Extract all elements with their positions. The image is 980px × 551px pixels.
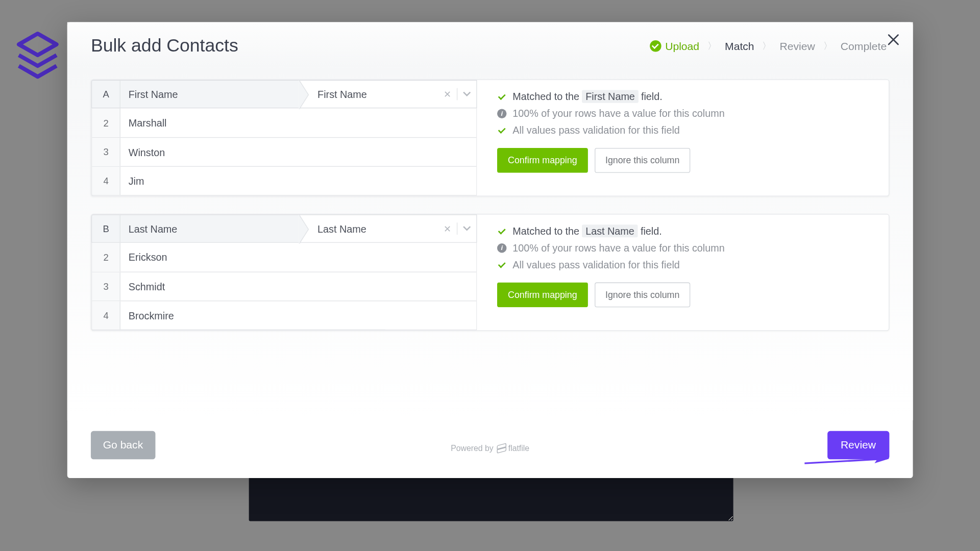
modal-body: A First Name First Name ✕ 2Marshal [67, 67, 913, 420]
source-column-name: Last Name [120, 215, 299, 242]
cell-value: Erickson [120, 243, 476, 272]
cell-value: Brockmire [120, 301, 476, 329]
app-logo-icon [16, 31, 59, 88]
target-field-value: Last Name [317, 223, 366, 234]
review-button[interactable]: Review [827, 431, 890, 459]
validation-text: All values pass validation for this fiel… [512, 259, 679, 270]
step-review: Review [780, 40, 815, 52]
mapping-status-panel: Matched to the First Name field. i 100% … [477, 80, 880, 196]
import-modal: Bulk add Contacts Upload 〉 Match 〉 Revie… [67, 22, 913, 478]
column-letter: A [92, 81, 120, 108]
step-match: Match [725, 40, 754, 52]
svg-marker-0 [19, 34, 57, 55]
clear-mapping-icon[interactable]: ✕ [444, 223, 452, 234]
column-preview: A First Name First Name ✕ 2Marshal [91, 80, 477, 196]
column-mapping-card: A First Name First Name ✕ 2Marshal [91, 80, 889, 196]
close-button[interactable] [885, 32, 901, 48]
completeness-status: i 100% of your rows have a value for thi… [497, 242, 876, 253]
flatfile-logo-icon [497, 444, 505, 453]
target-field-value: First Name [317, 88, 367, 99]
row-number: 2 [92, 243, 120, 272]
cell-value: Marshall [120, 108, 476, 137]
step-complete: Complete [841, 40, 887, 52]
matched-status: Matched to the First Name field. [497, 91, 876, 102]
row-number: 4 [92, 301, 120, 329]
clear-mapping-icon[interactable]: ✕ [444, 89, 452, 99]
close-icon [885, 32, 901, 48]
confirm-mapping-button[interactable]: Confirm mapping [497, 148, 588, 173]
ignore-column-button[interactable]: Ignore this column [595, 148, 691, 173]
ignore-column-button[interactable]: Ignore this column [595, 283, 691, 308]
validation-status: All values pass validation for this fiel… [497, 259, 876, 270]
matched-field-pill: First Name [582, 90, 639, 103]
divider [457, 222, 457, 235]
info-icon: i [497, 243, 506, 252]
matched-status: Matched to the Last Name field. [497, 226, 876, 237]
mapping-header: B Last Name Last Name ✕ [91, 214, 477, 242]
step-indicator: Upload 〉 Match 〉 Review 〉 Complete [650, 40, 890, 52]
go-back-button[interactable]: Go back [91, 431, 155, 459]
chevron-down-icon[interactable] [463, 91, 471, 97]
chevron-right-icon: 〉 [823, 40, 832, 52]
check-circle-icon [650, 40, 661, 52]
sample-data-table: 2Erickson 3Schmidt 4Brockmire [91, 243, 477, 330]
matched-text: Matched to the [512, 226, 582, 237]
table-row: 3Schmidt [92, 271, 477, 300]
chevron-down-icon[interactable] [463, 226, 471, 232]
mapping-header: A First Name First Name ✕ [91, 80, 477, 108]
step-label: Review [780, 40, 815, 52]
source-column-name: First Name [120, 81, 299, 108]
validation-status: All values pass validation for this fiel… [497, 124, 876, 136]
modal-header: Bulk add Contacts Upload 〉 Match 〉 Revie… [67, 22, 913, 67]
matched-field-pill: Last Name [582, 224, 638, 237]
column-letter: B [92, 215, 120, 242]
step-label: Match [725, 40, 754, 52]
modal-title: Bulk add Contacts [91, 36, 238, 57]
matched-text: field. [641, 91, 663, 102]
check-icon [497, 93, 506, 100]
cell-value: Jim [120, 167, 476, 195]
table-row: 2Marshall [92, 108, 477, 137]
brand-name: flatfile [508, 443, 529, 453]
validation-text: All values pass validation for this fiel… [512, 124, 679, 136]
target-field-select[interactable]: Last Name ✕ [299, 215, 476, 242]
row-number: 3 [92, 138, 120, 166]
row-number: 3 [92, 272, 120, 300]
completeness-status: i 100% of your rows have a value for thi… [497, 108, 876, 119]
info-icon: i [497, 109, 506, 118]
chevron-right-icon: 〉 [762, 40, 771, 52]
step-label: Upload [665, 40, 699, 52]
powered-by-text: Powered by [451, 443, 494, 453]
cell-value: Schmidt [120, 272, 476, 300]
sample-data-table: 2Marshall 3Winston 4Jim [91, 108, 477, 195]
powered-by-label: Powered by flatfile [451, 443, 529, 453]
target-field-select[interactable]: First Name ✕ [299, 81, 476, 108]
step-label: Complete [841, 40, 887, 52]
row-number: 2 [92, 108, 120, 137]
step-upload: Upload [650, 40, 699, 52]
column-mapping-card: B Last Name Last Name ✕ 2Erickson [91, 214, 889, 331]
check-icon [497, 227, 506, 234]
matched-text: field. [641, 226, 662, 237]
confirm-mapping-button[interactable]: Confirm mapping [497, 283, 588, 308]
completeness-text: 100% of your rows have a value for this … [512, 242, 724, 253]
check-icon [497, 127, 506, 134]
column-preview: B Last Name Last Name ✕ 2Erickson [91, 214, 477, 330]
modal-footer: Go back Powered by flatfile Review [67, 420, 913, 478]
table-row: 4Jim [92, 166, 477, 195]
divider [457, 88, 457, 101]
table-row: 2Erickson [92, 243, 477, 272]
mapping-status-panel: Matched to the Last Name field. i 100% o… [477, 214, 880, 330]
check-icon [497, 261, 506, 268]
matched-text: Matched to the [512, 91, 582, 102]
cell-value: Winston [120, 138, 476, 166]
completeness-text: 100% of your rows have a value for this … [512, 108, 724, 119]
chevron-right-icon: 〉 [707, 40, 717, 52]
table-row: 4Brockmire [92, 300, 477, 330]
row-number: 4 [92, 167, 120, 195]
table-row: 3Winston [92, 137, 477, 166]
